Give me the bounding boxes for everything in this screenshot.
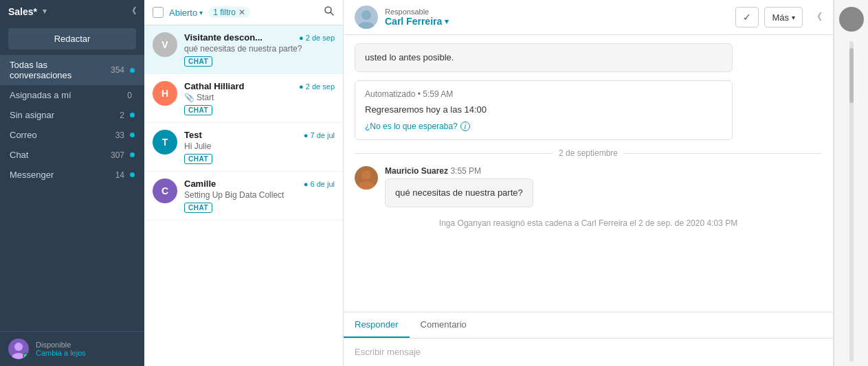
agent-avatar xyxy=(355,5,378,29)
tab-reply[interactable]: Responder xyxy=(344,312,410,338)
sidebar-item-label: Sin asignar xyxy=(10,110,120,120)
collapse-panel-icon[interactable]: 《 xyxy=(812,11,822,23)
unread-dot xyxy=(130,133,135,137)
svg-point-0 xyxy=(14,343,23,351)
paperclip-icon: 📎 xyxy=(184,93,194,102)
conv-preview: Setting Up Big Data Collect xyxy=(184,190,335,200)
sidebar-item-all[interactable]: Todas las conversaciones 354 xyxy=(0,55,144,85)
chat-badge: CHAT xyxy=(184,105,212,115)
chevron-down-icon: ▾ xyxy=(199,9,203,16)
msg-meta: Mauricio Suarez 3:55 PM xyxy=(385,166,533,176)
reply-tabs: Responder Comentario xyxy=(344,312,833,339)
sidebar-item-count: 0 xyxy=(127,91,132,100)
unread-dot xyxy=(130,113,135,117)
scrollbar-track[interactable] xyxy=(849,41,854,362)
info-icon: i xyxy=(460,122,470,131)
change-status-link[interactable]: Cambia a lejos xyxy=(36,349,86,357)
sidebar-item-label: Todas las conversaciones xyxy=(10,60,111,80)
search-button[interactable] xyxy=(324,5,335,19)
conv-item-conv2[interactable]: H Cathal Hilliard ● 2 de sep 📎Start CHAT xyxy=(144,74,343,123)
sidebar-footer: Disponible Cambia a lejos xyxy=(0,331,144,366)
chat-badge: CHAT xyxy=(184,203,212,213)
sidebar-nav: Todas las conversaciones 354 Asignadas a… xyxy=(0,55,144,331)
scrollbar-thumb xyxy=(849,48,854,103)
conv-list-items: V Visitante descon... ● 2 de sep qué nec… xyxy=(144,25,343,366)
conv-name: Camille xyxy=(184,179,216,189)
check-button[interactable]: ✓ xyxy=(735,7,759,27)
sidebar-item-assigned[interactable]: Asignadas a mí 0 xyxy=(0,85,144,105)
conv-avatar: V xyxy=(153,32,177,57)
chat-messages: usted lo antes posible. Automatizado • 5… xyxy=(344,35,833,312)
msg-meta: Automatizado • 5:59 AM xyxy=(365,88,722,100)
sidebar-item-unassigned[interactable]: Sin asignar 2 xyxy=(0,105,144,125)
select-all-checkbox[interactable] xyxy=(153,7,164,18)
chat-badge: CHAT xyxy=(184,154,212,164)
unread-dot xyxy=(130,152,135,157)
online-indicator xyxy=(23,353,28,358)
conv-name: Test xyxy=(184,130,202,140)
tab-comment[interactable]: Comentario xyxy=(410,312,478,338)
conv-preview: qué necesitas de nuestra parte? xyxy=(184,44,335,54)
conv-date: ● 2 de sep xyxy=(299,34,335,42)
feedback-link[interactable]: ¿No es lo que esperaba? i xyxy=(365,120,722,133)
conv-body: Visitante descon... ● 2 de sep qué neces… xyxy=(184,32,335,67)
conversation-list: Abierto ▾ 1 filtro ✕ V Visitante descon.… xyxy=(144,0,344,366)
unread-dot xyxy=(130,172,135,177)
svg-point-5 xyxy=(358,22,375,29)
conv-item-conv4[interactable]: C Camille ● 6 de jul Setting Up Big Data… xyxy=(144,172,343,220)
filter-close-icon[interactable]: ✕ xyxy=(238,8,245,17)
chat-header-info: Responsable Carl Ferreira ▾ xyxy=(385,8,728,27)
right-panel xyxy=(834,0,868,366)
chat-header-actions: ✓ Más ▾ 《 xyxy=(735,7,822,27)
chat-main: Responsable Carl Ferreira ▾ ✓ Más ▾ 《 us… xyxy=(344,0,834,366)
contact-avatar[interactable] xyxy=(839,7,864,32)
conv-date: ● 6 de jul xyxy=(304,180,335,188)
filter-count-badge: 1 filtro ✕ xyxy=(208,7,250,18)
chat-header: Responsable Carl Ferreira ▾ ✓ Más ▾ 《 xyxy=(344,0,833,35)
sidebar-item-label: Chat xyxy=(10,150,111,160)
sidebar-collapse-icon[interactable]: 《 xyxy=(128,5,136,17)
svg-point-7 xyxy=(358,181,375,190)
filter-button[interactable]: Abierto ▾ xyxy=(169,8,203,18)
user-status: Disponible xyxy=(36,341,86,349)
chat-badge: CHAT xyxy=(184,56,212,67)
svg-point-6 xyxy=(361,170,371,180)
msg-text: Regresaremos hoy a las 14:00 xyxy=(365,103,722,117)
responsible-label: Responsable xyxy=(385,8,728,16)
filter-count-text: 1 filtro xyxy=(213,8,236,17)
date-divider: 2 de septiembre xyxy=(355,148,822,158)
sidebar-header: Sales* ▾ 《 xyxy=(0,0,144,23)
sidebar-item-label: Messenger xyxy=(10,170,115,180)
sidebar-title: Sales* xyxy=(8,6,37,17)
sender-avatar xyxy=(355,166,378,190)
reply-input[interactable]: Escribir mensaje xyxy=(344,339,833,366)
automated-message: Automatizado • 5:59 AM Regresaremos hoy … xyxy=(355,80,733,141)
compose-button[interactable]: Redactar xyxy=(8,28,136,49)
footer-user-info: Disponible Cambia a lejos xyxy=(36,341,86,357)
conv-list-header: Abierto ▾ 1 filtro ✕ xyxy=(144,0,343,25)
sidebar-item-count: 33 xyxy=(115,130,124,140)
conv-body: Test ● 7 de jul Hi Julie CHAT xyxy=(184,130,335,164)
conv-date: ● 2 de sep xyxy=(299,82,335,91)
more-button[interactable]: Más ▾ xyxy=(764,7,803,27)
user-message: Mauricio Suarez 3:55 PM qué necesitas de… xyxy=(355,166,822,207)
conv-avatar: H xyxy=(153,81,177,106)
conv-name: Visitante descon... xyxy=(184,32,263,43)
sidebar-item-messenger[interactable]: Messenger 14 xyxy=(0,165,144,185)
chevron-down-icon[interactable]: ▾ xyxy=(445,17,449,26)
svg-point-4 xyxy=(361,10,371,20)
conv-item-conv1[interactable]: V Visitante descon... ● 2 de sep qué nec… xyxy=(144,25,343,74)
chevron-down-icon: ▾ xyxy=(792,14,795,21)
filter-label: Abierto xyxy=(169,8,197,18)
user-avatar xyxy=(8,339,29,359)
svg-line-3 xyxy=(331,12,333,15)
sidebar-item-label: Correo xyxy=(10,130,115,140)
agent-name: Carl Ferreira ▾ xyxy=(385,16,728,27)
sidebar-item-count: 307 xyxy=(111,150,124,160)
conv-item-conv3[interactable]: T Test ● 7 de jul Hi Julie CHAT xyxy=(144,123,343,172)
sidebar-item-chat[interactable]: Chat 307 xyxy=(0,145,144,165)
chevron-down-icon[interactable]: ▾ xyxy=(43,7,47,16)
attachment-preview: 📎Start xyxy=(184,93,335,102)
sidebar-item-email[interactable]: Correo 33 xyxy=(0,125,144,145)
conv-preview: Hi Julie xyxy=(184,141,335,151)
